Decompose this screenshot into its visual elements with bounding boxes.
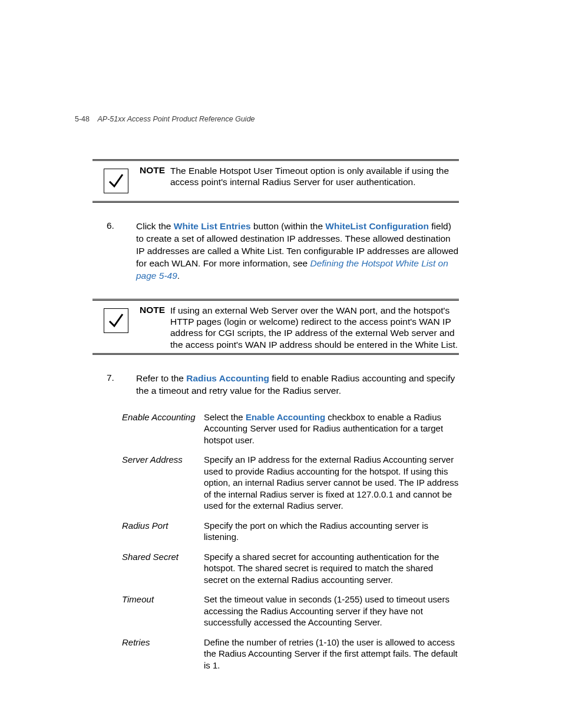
note-icon-wrap bbox=[92, 164, 140, 198]
def-row-radius-port: Radius Port Specify the port on which th… bbox=[122, 520, 459, 543]
text: button (within the bbox=[251, 221, 326, 231]
definition-list: Enable Accounting Select the Enable Acco… bbox=[122, 411, 459, 671]
note-label: NOTE bbox=[140, 164, 170, 188]
def-row-shared-secret: Shared Secret Specify a shared secret fo… bbox=[122, 551, 459, 586]
step-body: Refer to the Radius Accounting field to … bbox=[136, 373, 459, 397]
page-header: 5-48 AP-51xx Access Point Product Refere… bbox=[75, 115, 255, 123]
def-term: Enable Accounting bbox=[122, 411, 204, 423]
note-body: If using an external Web Server over the… bbox=[170, 304, 459, 351]
def-row-server-address: Server Address Specify an IP address for… bbox=[122, 454, 459, 512]
def-row-retries: Retries Define the number of retries (1-… bbox=[122, 637, 459, 671]
note-label: NOTE bbox=[140, 304, 170, 351]
def-term: Retries bbox=[122, 637, 204, 648]
radius-accounting-link[interactable]: Radius Accounting bbox=[186, 373, 269, 383]
page-number: 5-48 bbox=[75, 115, 90, 123]
step-body: Click the White List Entries button (wit… bbox=[136, 220, 459, 282]
step-6: 6. Click the White List Entries button (… bbox=[92, 220, 459, 282]
enable-accounting-field[interactable]: Enable Accounting bbox=[246, 412, 325, 422]
note-icon-wrap bbox=[92, 304, 140, 338]
step-7: 7. Refer to the Radius Accounting field … bbox=[92, 373, 459, 397]
step-number: 6. bbox=[92, 220, 136, 282]
def-desc: Specify the port on which the Radius acc… bbox=[204, 520, 459, 543]
checkmark-icon bbox=[104, 169, 128, 193]
note-block-1: NOTE The Enable Hotspot User Timeout opt… bbox=[92, 159, 459, 203]
def-row-enable-accounting: Enable Accounting Select the Enable Acco… bbox=[122, 411, 459, 446]
def-desc: Specify an IP address for the external R… bbox=[204, 454, 459, 512]
def-desc: Define the number of retries (1-10) the … bbox=[204, 637, 459, 671]
def-row-timeout: Timeout Set the timeout value in seconds… bbox=[122, 594, 459, 628]
text: Click the bbox=[136, 221, 174, 231]
white-list-entries-link[interactable]: White List Entries bbox=[174, 221, 251, 231]
def-desc: Set the timeout value in seconds (1-255)… bbox=[204, 594, 459, 628]
def-desc: Specify a shared secret for accounting a… bbox=[204, 551, 459, 586]
text: Select the bbox=[204, 412, 246, 422]
def-desc: Select the Enable Accounting checkbox to… bbox=[204, 411, 459, 446]
whitelist-configuration-link[interactable]: WhiteList Configuration bbox=[325, 221, 429, 231]
note-block-2: NOTE If using an external Web Server ove… bbox=[92, 299, 459, 355]
step-number: 7. bbox=[92, 373, 136, 397]
checkmark-icon bbox=[104, 308, 128, 333]
def-term: Server Address bbox=[122, 454, 204, 466]
def-term: Shared Secret bbox=[122, 551, 204, 563]
note-body: The Enable Hotspot User Timeout option i… bbox=[170, 164, 459, 188]
text: . bbox=[177, 271, 180, 281]
def-term: Timeout bbox=[122, 594, 204, 605]
text: Refer to the bbox=[136, 373, 186, 383]
def-term: Radius Port bbox=[122, 520, 204, 532]
header-title: AP-51xx Access Point Product Reference G… bbox=[98, 115, 255, 123]
